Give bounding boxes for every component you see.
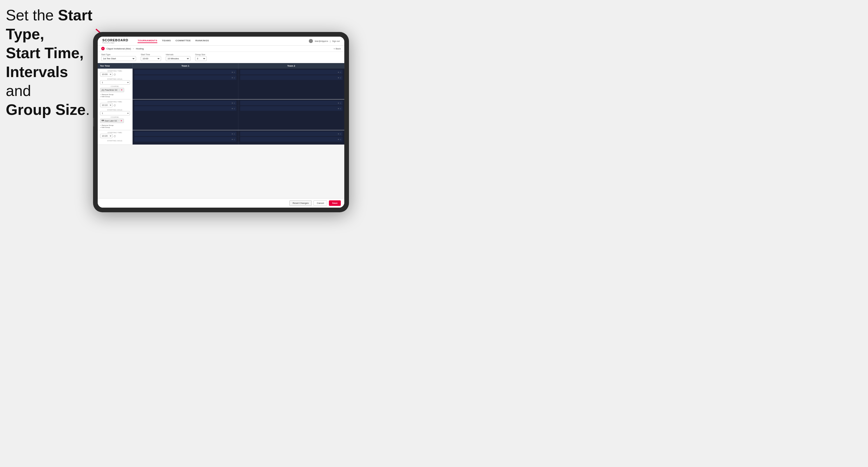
g3-t2-player2: × ○ bbox=[240, 137, 343, 142]
back-button[interactable]: < Back bbox=[334, 48, 341, 50]
g1-course-tag: (A) Peachtree GC × ✕ bbox=[100, 88, 124, 92]
cancel-button[interactable]: Cancel bbox=[313, 200, 327, 206]
group-size-group: Group Size 3 bbox=[195, 54, 207, 61]
g2-t2-p2-x[interactable]: × bbox=[338, 107, 339, 110]
instruction-text: Set the Start Type, Start Time, Interval… bbox=[6, 6, 93, 119]
g1-t1-p2-x[interactable]: × bbox=[232, 77, 233, 79]
g2-t1-p1-x[interactable]: × bbox=[232, 102, 233, 104]
logo-text: SCOREBOARD bbox=[102, 38, 128, 42]
reset-changes-button[interactable]: Reset Changes bbox=[289, 200, 312, 206]
intervals-select[interactable]: 10 Minutes bbox=[166, 56, 190, 61]
g2-t1-player2: × ○ bbox=[134, 106, 237, 111]
group-2-left: STARTING TIME: 10:10 ⏱ STARTING HOLE: 1 … bbox=[98, 99, 133, 130]
user-avatar bbox=[309, 39, 313, 43]
logo-area: SCOREBOARD Powered by clippd bbox=[102, 38, 128, 43]
tablet-frame: SCOREBOARD Powered by clippd TOURNAMENTS… bbox=[93, 32, 349, 212]
g2-remove-group[interactable]: ○Remove Group bbox=[100, 124, 130, 126]
instruction-line1: Set the bbox=[6, 7, 58, 24]
intervals-group: Intervals 10 Minutes bbox=[166, 54, 190, 61]
g2-course-remove[interactable]: ✕ bbox=[120, 120, 122, 122]
nav-committee[interactable]: COMMITTEE bbox=[176, 39, 191, 43]
g1-add-group[interactable]: + Add Group bbox=[100, 96, 130, 97]
g2-course-tag: 🗺 East Lake GC × ✕ bbox=[100, 119, 124, 123]
g3-t2-p1-edit[interactable]: ○ bbox=[340, 133, 341, 135]
g2-add-group[interactable]: + Add Group bbox=[100, 126, 130, 128]
g1-t2-p1-edit[interactable]: ○ bbox=[340, 71, 341, 73]
g2-starting-hole-label: STARTING HOLE: bbox=[100, 109, 130, 111]
g1-starting-time-label: STARTING TIME: bbox=[100, 70, 130, 72]
g3-starting-time-label: STARTING TIME: bbox=[100, 132, 130, 133]
g1-t2-p1-x[interactable]: × bbox=[338, 71, 339, 73]
g2-t2-p1-x[interactable]: × bbox=[338, 102, 339, 104]
g2-course-label: COURSE: bbox=[100, 116, 130, 118]
g1-t2-p2-edit[interactable]: ○ bbox=[340, 77, 341, 79]
g2-t2-p1-edit[interactable]: ○ bbox=[340, 102, 341, 104]
save-button[interactable]: Save bbox=[329, 200, 341, 206]
g1-remove-group[interactable]: ○Remove Group bbox=[100, 94, 130, 95]
g2-t2-player1: × ○ bbox=[240, 101, 343, 105]
sign-out-link[interactable]: Sign out bbox=[332, 40, 340, 42]
g3-t1-p2-edit[interactable]: ○ bbox=[234, 138, 235, 141]
breadcrumb: C Clippd Invitational (Mar) > Hosting bbox=[101, 47, 144, 50]
g2-t1-player1: × ○ bbox=[134, 101, 237, 105]
nav-right: blair@clippd.io | Sign out bbox=[309, 39, 340, 43]
nav-links: TOURNAMENTS TEAMS COMMITTEE RANKINGS bbox=[137, 39, 302, 43]
g2-t1-p1-edit[interactable]: ○ bbox=[234, 102, 235, 104]
breadcrumb-tournament[interactable]: Clippd Invitational (Mar) bbox=[106, 48, 131, 50]
g2-t1-p2-edit[interactable]: ○ bbox=[234, 107, 235, 110]
g2-t2-player2: × ○ bbox=[240, 106, 343, 111]
instruction-bold3: Intervals bbox=[6, 63, 68, 80]
group-row-2: STARTING TIME: 10:10 ⏱ STARTING HOLE: 1 … bbox=[98, 99, 344, 130]
g2-starting-hole-value[interactable]: 1 bbox=[100, 111, 130, 116]
g2-t1-p2-x[interactable]: × bbox=[232, 107, 233, 110]
sub-header: C Clippd Invitational (Mar) > Hosting < … bbox=[98, 45, 344, 52]
g2-starting-time-value[interactable]: 10:10 bbox=[100, 103, 113, 107]
g2-course-name: East Lake GC bbox=[105, 120, 118, 122]
g1-t2-p2-x[interactable]: × bbox=[338, 77, 339, 79]
nav-rankings[interactable]: RANKINGS bbox=[195, 39, 209, 43]
g1-course-remove[interactable]: ✕ bbox=[121, 89, 123, 91]
g2-t2-p2-edit[interactable]: ○ bbox=[340, 107, 341, 110]
group-size-select[interactable]: 3 bbox=[195, 56, 207, 61]
g3-t2-player1: × ○ bbox=[240, 131, 343, 136]
nav-teams[interactable]: TEAMS bbox=[162, 39, 171, 43]
g1-actions: ○Remove Group + Add Group bbox=[100, 94, 130, 97]
g1-t1-p1-edit[interactable]: ○ bbox=[234, 71, 235, 73]
g3-t1-p2-x[interactable]: × bbox=[232, 138, 233, 141]
g1-course-name: (A) Peachtree GC bbox=[101, 89, 118, 91]
g3-starting-hole-label: STARTING HOLE: bbox=[100, 140, 130, 142]
group-1-left: STARTING TIME: 10:00 ⏱ STARTING HOLE: 1 … bbox=[98, 69, 133, 99]
g1-t1-p2-edit[interactable]: ○ bbox=[234, 77, 235, 79]
g3-t2-p2-x[interactable]: × bbox=[338, 138, 339, 141]
group-row-3: STARTING TIME: 10:20 ⏱ STARTING HOLE: × … bbox=[98, 130, 344, 145]
start-time-select[interactable]: 10:00 bbox=[141, 56, 161, 61]
user-email: blair@clippd.io bbox=[315, 40, 328, 42]
g2-starting-time-label: STARTING TIME: bbox=[100, 101, 130, 103]
start-type-select[interactable]: 1st Tee Start bbox=[101, 56, 136, 61]
g1-starting-time-value[interactable]: 10:00 bbox=[100, 72, 113, 76]
th-tee-time: Tee Time bbox=[98, 63, 133, 69]
nav-bar: SCOREBOARD Powered by clippd TOURNAMENTS… bbox=[98, 37, 344, 45]
g3-t1-p1-edit[interactable]: ○ bbox=[234, 133, 235, 135]
g3-t1-player2: × ○ bbox=[134, 137, 237, 142]
nav-tournaments[interactable]: TOURNAMENTS bbox=[137, 39, 157, 43]
g1-course-label: COURSE: bbox=[100, 86, 130, 87]
instruction-bold2: Start Time, bbox=[6, 44, 84, 61]
th-team2: Team 2 bbox=[239, 63, 344, 69]
g1-starting-hole-value[interactable]: 1 bbox=[100, 80, 130, 85]
start-time-label: Start Time bbox=[141, 54, 161, 56]
g3-starting-time-value[interactable]: 10:20 bbox=[100, 134, 113, 138]
g3-team2: × ○ × ○ bbox=[239, 130, 344, 145]
tablet-screen: SCOREBOARD Powered by clippd TOURNAMENTS… bbox=[98, 37, 344, 208]
g1-t1-p1-x[interactable]: × bbox=[232, 71, 233, 73]
g3-t1-p1-x[interactable]: × bbox=[232, 133, 233, 135]
g3-t2-p2-edit[interactable]: ○ bbox=[340, 138, 341, 141]
g3-t2-p1-x[interactable]: × bbox=[338, 133, 339, 135]
footer-bar: Reset Changes Cancel Save bbox=[98, 198, 344, 208]
tablet-side-button bbox=[93, 118, 94, 126]
instruction-line6: . bbox=[86, 101, 90, 118]
g1-starting-hole-label: STARTING HOLE: bbox=[100, 78, 130, 80]
th-team1: Team 1 bbox=[133, 63, 239, 69]
content-area[interactable]: STARTING TIME: 10:00 ⏱ STARTING HOLE: 1 … bbox=[98, 69, 344, 198]
g1-t1-player2: × ○ bbox=[134, 75, 237, 80]
